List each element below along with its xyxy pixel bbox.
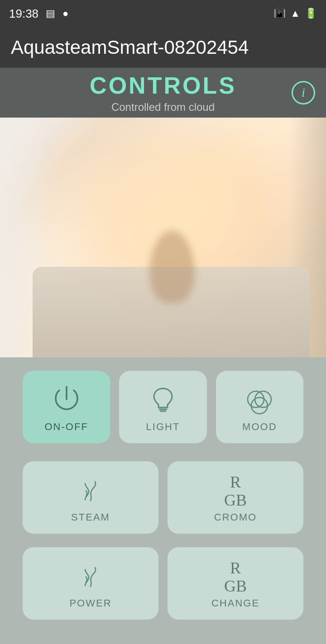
mood-label: MOOD <box>242 421 277 433</box>
cromo-label: CROMO <box>214 511 257 523</box>
cromo-button[interactable]: RGB CROMO <box>168 461 303 534</box>
rgb-cromo-icon: RGB <box>219 474 252 506</box>
change-button[interactable]: RGB CHANGE <box>168 547 303 620</box>
steam-label: STEAM <box>71 511 110 523</box>
wifi-icon: ▲ <box>290 8 300 19</box>
rgb-change-icon: RGB <box>219 559 252 592</box>
controls-title: CONTROLS <box>90 72 236 99</box>
hero-image <box>0 118 326 357</box>
svg-point-3 <box>255 391 271 407</box>
steam-button[interactable]: STEAM <box>23 461 158 534</box>
on-off-label: ON-OFF <box>45 421 88 433</box>
controls-row2: STEAM RGB CROMO <box>0 461 326 547</box>
controls-subtitle: Controlled from cloud <box>111 101 215 114</box>
status-bar: 19:38 ▤ ● 📳 ▲ 🔋 <box>0 0 326 27</box>
message-icon: ▤ <box>46 8 55 19</box>
info-icon: i <box>302 85 305 100</box>
mood-icon <box>243 383 276 416</box>
battery-icon: 🔋 <box>305 8 317 19</box>
controls-row1: ON-OFF LIGHT MOOD <box>0 357 326 461</box>
on-off-button[interactable]: ON-OFF <box>23 371 110 443</box>
time-display: 19:38 <box>9 7 38 21</box>
steam-icon <box>74 474 107 506</box>
change-label: CHANGE <box>211 597 259 609</box>
power-steam-icon <box>74 559 107 592</box>
bathtub <box>33 267 310 357</box>
power-button[interactable]: POWER <box>23 547 158 620</box>
device-name: AquasteamSmart-08202454 <box>11 37 249 58</box>
info-button[interactable]: i <box>292 81 315 104</box>
power-label: POWER <box>69 597 111 609</box>
dot-indicator: ● <box>62 8 68 19</box>
svg-point-4 <box>251 398 268 414</box>
title-bar: AquasteamSmart-08202454 <box>0 27 326 68</box>
lightbulb-icon <box>147 383 179 416</box>
svg-point-2 <box>248 391 264 407</box>
vibrate-icon: 📳 <box>273 8 286 19</box>
mood-button[interactable]: MOOD <box>216 371 303 443</box>
controls-header: CONTROLS Controlled from cloud i <box>0 68 326 118</box>
light-button[interactable]: LIGHT <box>119 371 206 443</box>
power-icon <box>50 383 83 416</box>
controls-row3: POWER RGB CHANGE <box>0 547 326 633</box>
light-label: LIGHT <box>146 421 180 433</box>
